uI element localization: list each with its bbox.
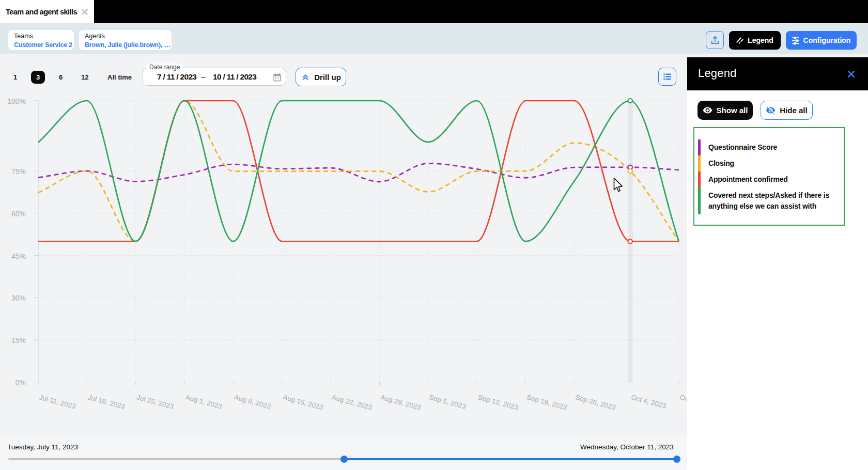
svg-text:Aug 8, 2023: Aug 8, 2023 xyxy=(234,393,272,410)
svg-text:Sep 5, 2023: Sep 5, 2023 xyxy=(428,393,467,410)
svg-text:60%: 60% xyxy=(11,210,26,218)
svg-text:Aug 1, 2023: Aug 1, 2023 xyxy=(184,393,223,410)
svg-text:Jul 25, 2023: Jul 25, 2023 xyxy=(136,393,175,411)
svg-text:Sep 19, 2023: Sep 19, 2023 xyxy=(526,393,568,411)
svg-text:30%: 30% xyxy=(11,294,26,302)
svg-text:Aug 15, 2023: Aug 15, 2023 xyxy=(282,393,324,411)
svg-text:Jul 18, 2023: Jul 18, 2023 xyxy=(87,393,126,411)
svg-text:Aug 22, 2023: Aug 22, 2023 xyxy=(331,393,373,411)
svg-text:45%: 45% xyxy=(11,252,26,260)
svg-text:Jul 11, 2023: Jul 11, 2023 xyxy=(38,393,76,410)
svg-text:100%: 100% xyxy=(7,97,26,105)
svg-text:Oct 4, 2023: Oct 4, 2023 xyxy=(630,393,667,410)
svg-text:Sep 26, 2023: Sep 26, 2023 xyxy=(575,393,616,411)
svg-text:Aug 29, 2023: Aug 29, 2023 xyxy=(380,393,422,411)
svg-text:Sep 12, 2023: Sep 12, 2023 xyxy=(477,393,519,411)
svg-text:15%: 15% xyxy=(11,336,26,344)
svg-text:75%: 75% xyxy=(11,167,26,176)
svg-text:Oct 11, 2023: Oct 11, 2023 xyxy=(679,393,687,411)
svg-text:0%: 0% xyxy=(16,379,26,387)
